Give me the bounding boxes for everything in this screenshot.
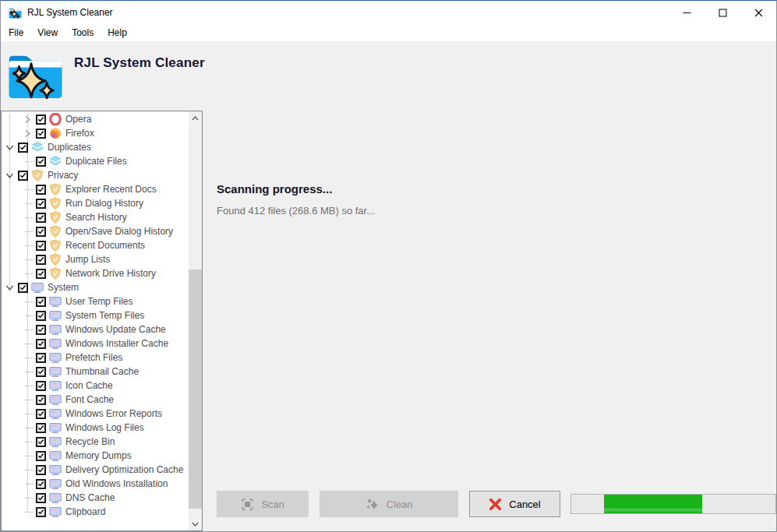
- tree-item-label: Search History: [65, 212, 127, 223]
- tree-item[interactable]: Windows Log Files: [2, 421, 189, 435]
- maximize-button[interactable]: [705, 1, 740, 24]
- scan-button[interactable]: Scan: [217, 491, 309, 517]
- tree-item[interactable]: Windows Update Cache: [2, 322, 189, 336]
- shield-icon: [49, 197, 62, 210]
- tree-connector-line: [22, 436, 34, 447]
- checkbox[interactable]: [18, 171, 28, 181]
- action-row: Scan Clean Cancel: [217, 491, 776, 517]
- monitor-icon: [49, 295, 62, 308]
- cleaner-category-tree: OperaFirefoxDuplicatesDuplicate FilesPri…: [1, 111, 203, 531]
- tree-item-label: Windows Installer Cache: [65, 338, 168, 349]
- tree-connector-line: [22, 380, 34, 391]
- checkbox[interactable]: [36, 227, 46, 237]
- checkbox[interactable]: [36, 437, 46, 447]
- tree-item[interactable]: DNS Cache: [2, 491, 189, 505]
- checkbox[interactable]: [36, 325, 46, 335]
- chevron-down-icon[interactable]: [4, 282, 16, 293]
- chevron-right-icon[interactable]: [22, 114, 34, 125]
- chevron-down-icon[interactable]: [4, 170, 16, 181]
- monitor-icon: [49, 351, 62, 364]
- minimize-button[interactable]: [669, 1, 705, 24]
- tree-item[interactable]: Opera: [2, 112, 189, 126]
- tree-item-label: Open/Save Dialog History: [65, 226, 173, 237]
- checkbox[interactable]: [36, 311, 46, 321]
- checkbox[interactable]: [36, 199, 46, 209]
- scroll-up-icon[interactable]: [189, 111, 202, 125]
- menu-bar: FileViewToolsHelp: [1, 24, 776, 41]
- tree-item[interactable]: Thumbnail Cache: [2, 365, 189, 379]
- app-logo-icon: [7, 48, 64, 102]
- checkbox[interactable]: [36, 297, 46, 307]
- clean-button[interactable]: Clean: [320, 491, 458, 517]
- tree-item[interactable]: Delivery Optimization Cache: [2, 463, 189, 477]
- checkbox[interactable]: [36, 157, 46, 167]
- tree-item[interactable]: Privacy: [2, 168, 189, 182]
- tree-item-label: Jump Lists: [65, 254, 110, 265]
- scroll-down-icon[interactable]: [189, 517, 202, 530]
- tree-item[interactable]: Run Dialog History: [2, 196, 189, 210]
- checkbox[interactable]: [18, 143, 28, 153]
- checkbox[interactable]: [36, 367, 46, 377]
- checkbox[interactable]: [36, 465, 46, 475]
- tree-item[interactable]: Firefox: [2, 126, 189, 140]
- checkbox[interactable]: [18, 283, 28, 293]
- tree-item[interactable]: Recycle Bin: [2, 435, 189, 449]
- checkbox[interactable]: [36, 493, 46, 503]
- checkbox[interactable]: [36, 185, 46, 195]
- checkbox[interactable]: [36, 423, 46, 433]
- tree-item[interactable]: Explorer Recent Docs: [2, 182, 189, 196]
- tree-item[interactable]: User Temp Files: [2, 294, 189, 308]
- tree-item[interactable]: Network Drive History: [2, 266, 189, 280]
- tree-item[interactable]: Windows Error Reports: [2, 407, 189, 421]
- tree-connector-line: [22, 422, 34, 433]
- tree-item[interactable]: Jump Lists: [2, 252, 189, 266]
- tree-item[interactable]: Old Windows Installation: [2, 477, 189, 491]
- menu-item-help[interactable]: Help: [101, 25, 134, 41]
- tree-item[interactable]: Memory Dumps: [2, 449, 189, 463]
- tree-item-label: Font Cache: [65, 394, 114, 405]
- checkbox[interactable]: [36, 451, 46, 461]
- tree-item[interactable]: Prefetch Files: [2, 351, 189, 365]
- chevron-right-icon[interactable]: [22, 128, 34, 139]
- red-x-icon: [489, 498, 502, 511]
- checkbox[interactable]: [36, 381, 46, 391]
- clean-button-label: Clean: [387, 499, 413, 510]
- close-button[interactable]: [740, 1, 776, 24]
- tree-item[interactable]: Font Cache: [2, 393, 189, 407]
- checkbox[interactable]: [36, 129, 46, 139]
- tree-item[interactable]: System Temp Files: [2, 308, 189, 322]
- monitor-icon: [49, 309, 62, 322]
- tree-item-label: DNS Cache: [65, 492, 115, 503]
- tree-item[interactable]: Duplicates: [2, 140, 189, 154]
- tree-item[interactable]: Windows Installer Cache: [2, 336, 189, 351]
- tree-item[interactable]: Icon Cache: [2, 379, 189, 393]
- cancel-button[interactable]: Cancel: [469, 491, 560, 517]
- checkbox[interactable]: [36, 213, 46, 223]
- tree-scrollbar[interactable]: [189, 111, 202, 530]
- checkbox[interactable]: [36, 269, 46, 279]
- checkbox[interactable]: [36, 409, 46, 419]
- checkbox[interactable]: [36, 255, 46, 265]
- scrollbar-thumb[interactable]: [189, 270, 202, 509]
- monitor-icon: [49, 491, 62, 504]
- checkbox[interactable]: [36, 115, 46, 125]
- checkbox[interactable]: [36, 353, 46, 363]
- tree-item[interactable]: Clipboard: [2, 505, 189, 519]
- tree-connector-line: [22, 394, 34, 405]
- monitor-icon: [49, 365, 62, 378]
- menu-item-tools[interactable]: Tools: [65, 25, 101, 41]
- tree-item[interactable]: System: [2, 280, 189, 294]
- tree-item[interactable]: Recent Documents: [2, 238, 189, 252]
- checkbox[interactable]: [36, 241, 46, 251]
- checkbox[interactable]: [36, 507, 46, 517]
- checkbox[interactable]: [36, 339, 46, 349]
- checkbox[interactable]: [36, 395, 46, 405]
- tree-item[interactable]: Duplicate Files: [2, 154, 189, 168]
- menu-item-view[interactable]: View: [30, 25, 65, 41]
- checkbox[interactable]: [36, 479, 46, 489]
- menu-item-file[interactable]: File: [2, 25, 30, 41]
- tree-item[interactable]: Open/Save Dialog History: [2, 224, 189, 238]
- tree-item[interactable]: Search History: [2, 210, 189, 224]
- tree-item-label: Thumbnail Cache: [65, 366, 139, 377]
- chevron-down-icon[interactable]: [4, 142, 16, 153]
